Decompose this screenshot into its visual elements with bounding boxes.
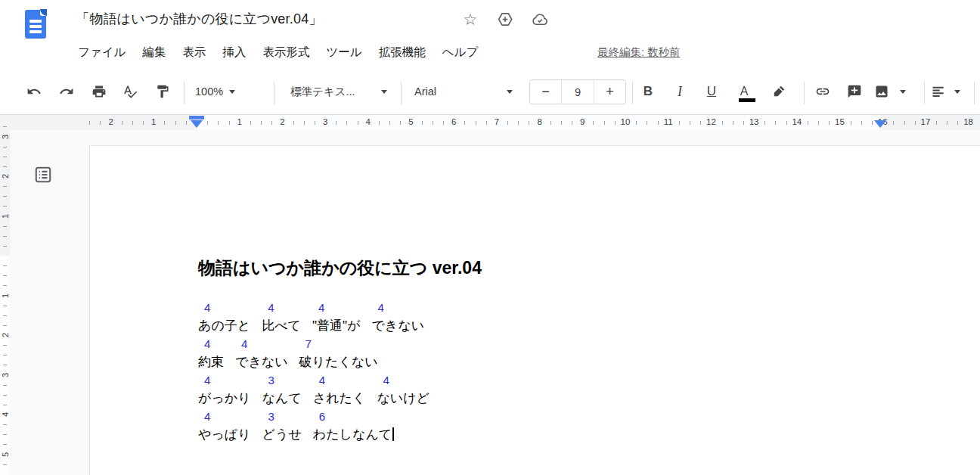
text-color-button[interactable]: A [730,78,758,105]
increase-font-size-button[interactable]: + [594,80,625,104]
bold-glyph: B [644,84,653,99]
add-comment-button[interactable] [841,78,868,105]
ruler-number: 2 [1,172,10,182]
docs-logo-line [29,30,42,33]
font-select[interactable]: Arial [410,78,517,105]
toolbar: 100% 標準テキス... Arial − 9 + B I U A [0,72,980,115]
right-indent-marker[interactable] [874,120,886,128]
font-size-value[interactable]: 9 [561,80,594,104]
italic-button[interactable]: I [666,78,693,105]
ruler-number: 8 [537,117,541,126]
star-icon[interactable]: ☆ [461,11,479,29]
drive-shortcut-icon[interactable] [496,11,514,29]
mora-count: 4 [312,299,360,317]
highlight-color-button[interactable] [765,78,792,105]
toolbar-divider [804,82,805,104]
style-value: 標準テキス... [290,85,355,99]
print-button[interactable] [85,78,113,105]
redo-button[interactable] [53,78,80,105]
left-indent-marker[interactable] [191,120,203,128]
page[interactable]: 物語はいつか誰かの役に立つ ver.04 4あの子と4比べて4"普通"が4できな… [89,145,980,475]
ruler-tick [700,121,701,125]
ruler-number: 1 [1,211,10,221]
lyric-word: なんて [262,390,302,408]
zoom-select[interactable]: 100% [191,78,240,105]
ruler-tick [3,345,7,346]
ruler-tick [829,121,830,125]
font-size-group: − 9 + [529,79,626,104]
font-value: Arial [414,85,436,98]
insert-link-button[interactable] [809,78,836,105]
mora-count: 4 [262,299,301,317]
ruler-tick [3,157,7,157]
ruler-tick [615,121,616,125]
menu-item-view[interactable]: 表示 [174,42,214,64]
ruler-tick [3,315,7,316]
ruler-tick [647,121,647,125]
docs-logo-icon[interactable] [25,10,46,39]
spellcheck-button[interactable] [116,78,144,105]
ruler-tick [529,121,529,125]
ruler-number: 3 [323,117,327,126]
menu-item-format[interactable]: 表示形式 [254,42,318,64]
ruler-tick [304,121,305,125]
mora-count: 4 [377,371,430,390]
align-button[interactable] [927,78,950,105]
mora-count: 4 [198,335,224,353]
toolbar-divider [184,82,185,104]
word-block: 6わたしなんて [313,408,394,444]
insert-image-button[interactable] [870,78,893,105]
ruler-tick [3,147,7,147]
word-block: 4ないけど [377,371,430,408]
menu-item-insert[interactable]: 挿入 [214,42,254,64]
last-edit-link[interactable]: 最終編集: 数秒前 [597,45,681,60]
ruler-tick [872,121,873,125]
underline-button[interactable]: U [698,78,725,105]
ruler-tick [422,121,423,125]
ruler-tick [818,121,819,125]
cloud-saved-icon[interactable] [531,11,549,29]
first-line-indent-marker[interactable] [189,116,204,120]
ruler-number: 9 [580,117,585,126]
chevron-down-icon [507,90,513,94]
ruler-tick [3,385,7,386]
menu-item-file[interactable]: ファイル [70,42,134,64]
paint-format-button[interactable] [149,78,176,105]
document-outline-button[interactable] [32,163,54,186]
mora-count: 3 [262,408,302,426]
undo-button[interactable] [20,78,48,105]
ruler-tick [3,395,7,396]
ruler-tick [293,121,294,125]
toolbar-divider [924,82,925,104]
mora-count: 4 [371,299,424,317]
word-block: 7破りたくない [299,335,378,371]
lyric-word: どうせ [262,426,302,444]
paragraph-style-select[interactable]: 標準テキス... [286,78,392,105]
chevron-down-icon [954,90,960,94]
align-dropdown[interactable] [950,78,965,105]
insert-image-dropdown[interactable] [895,78,910,105]
ruler-tick [400,121,401,125]
document-title-input[interactable]: 「物語はいつか誰かの役に立つver.04」 [76,10,323,28]
ruler-tick [443,121,444,125]
menu-item-extensions[interactable]: 拡張機能 [371,42,434,64]
docs-logo-line [29,20,42,23]
ruler-number: 1 [151,117,156,126]
ruler-tick [3,246,7,247]
ruler-tick [3,444,7,445]
ruler-tick [550,121,551,125]
ruler-number: 12 [706,117,716,126]
ruler-tick [679,121,680,125]
word-block: 4"普通"が [312,299,360,335]
menu-item-help[interactable]: ヘルプ [434,42,487,64]
bold-button[interactable]: B [634,78,662,105]
ruler-number: 2 [280,117,284,126]
mora-count: 4 [313,371,366,390]
menu-item-tools[interactable]: ツール [318,42,370,64]
ruler-tick [3,325,7,326]
undo-icon [26,84,42,99]
decrease-font-size-button[interactable]: − [530,80,561,104]
ruler-number: 10 [621,117,631,126]
menu-item-edit[interactable]: 編集 [134,42,174,64]
ruler-tick [3,226,7,227]
